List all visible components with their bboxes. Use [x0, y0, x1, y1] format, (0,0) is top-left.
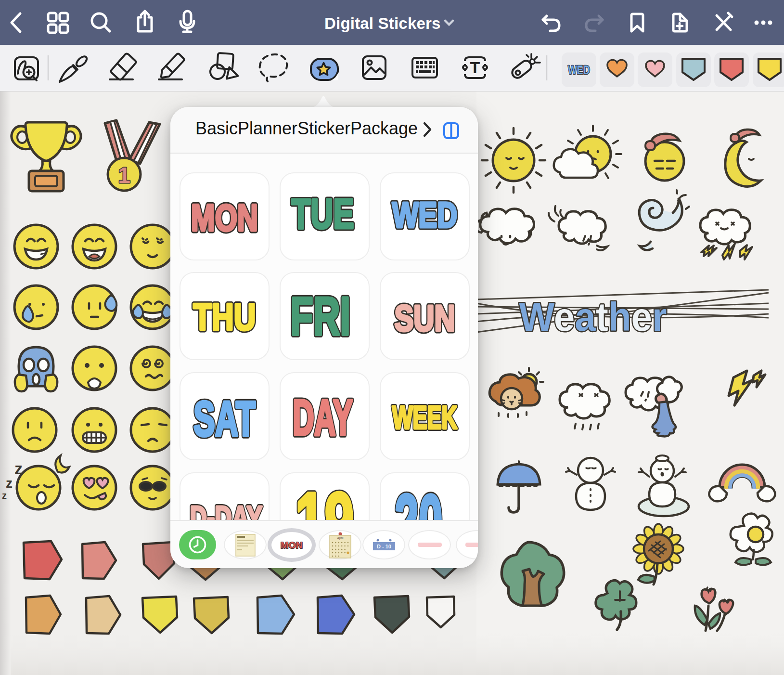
svg-text:z: z [6, 476, 13, 491]
svg-text:April: April [337, 536, 344, 540]
svg-text:DAY: DAY [293, 389, 353, 445]
svg-text:T: T [470, 58, 480, 77]
svg-text:FRI: FRI [291, 286, 350, 346]
svg-text:SAT: SAT [193, 391, 256, 446]
svg-text:MON: MON [191, 197, 258, 238]
svg-text:z: z [14, 459, 23, 478]
svg-text:MON: MON [281, 540, 303, 550]
svg-text:z: z [2, 490, 7, 501]
svg-text:TUE: TUE [292, 190, 354, 237]
svg-text:1: 1 [118, 163, 130, 188]
svg-text:D - 10: D - 10 [377, 544, 391, 549]
svg-text:WED: WED [392, 195, 457, 235]
svg-text:WED: WED [568, 63, 590, 77]
svg-text:WEEK: WEEK [392, 400, 457, 435]
svg-text:THU: THU [193, 296, 256, 338]
svg-text:SUN: SUN [394, 298, 455, 338]
svg-text:Weather: Weather [519, 294, 667, 339]
